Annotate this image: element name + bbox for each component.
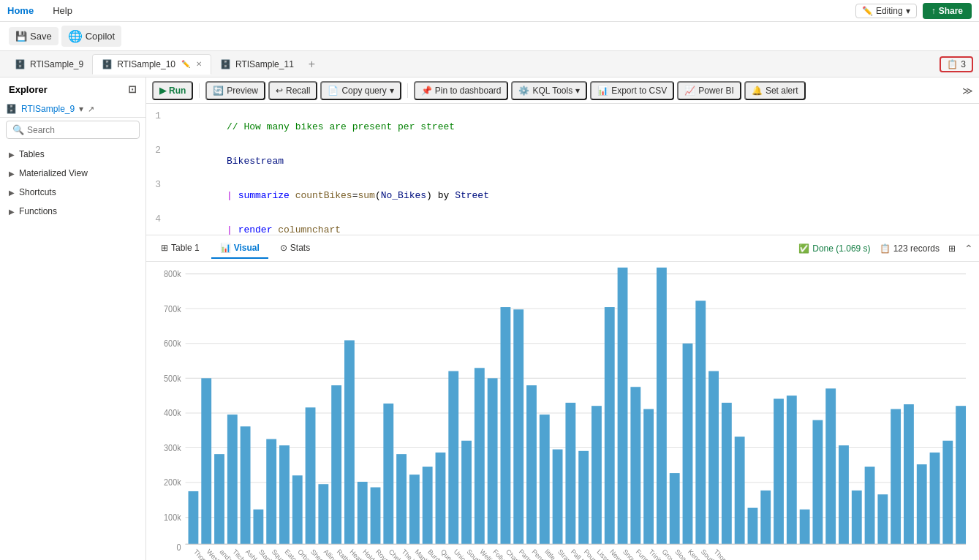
tab-rtisample-10[interactable]: 🗄️ RTISample_10 ✏️ ✕ [92,54,211,75]
pin-dashboard-label: Pin to dashboard [435,86,502,96]
code-toolbar: ▶ Run 🔄 Preview ↩ Recall 📄 Copy query ▾ … [146,77,979,104]
result-tab-stats[interactable]: ⊙ Stats [271,238,319,259]
svg-rect-19 [201,378,211,544]
svg-rect-66 [812,420,823,545]
check-icon: ✅ [798,243,809,254]
sidebar-item-functions[interactable]: ▶ Functions [0,202,145,221]
svg-rect-71 [877,494,888,544]
sidebar-header-icons: ⊡ [128,83,137,95]
fn-columnchart: columnchart [278,224,341,235]
table-tab-label: Table 1 [171,243,200,253]
save-button[interactable]: 💾 Save [9,27,58,45]
line-num-4: 4 [146,213,170,224]
kql-tools-button[interactable]: ⚙️ KQL Tools ▾ [511,81,587,100]
recall-icon: ↩ [276,86,283,96]
results-status: ✅ Done (1.069 s) 📋 123 records ⊞ ⌃ [798,243,973,254]
editing-button[interactable]: ✏️ Editing ▾ [855,4,917,18]
save-icon: 💾 [15,31,27,42]
explorer-title: Explorer [9,84,48,95]
pipe-1: | [227,190,238,201]
visual-tab-label: Visual [234,243,260,253]
results-area: ⊞ Table 1 📊 Visual ⊙ Stats ✅ Done (1.069… [146,235,979,560]
svg-rect-50 [605,307,615,544]
sidebar: Explorer ⊡ 🗄️ RTISample_9 ▾ ↗ 🔍 ▶ Tables… [0,77,146,560]
tab-2-close[interactable]: ✕ [196,60,202,68]
line-content-2: Bikestream [170,145,979,178]
svg-rect-28 [318,484,328,544]
db-name[interactable]: RTISample_9 [21,104,75,114]
matview-label: Materialized View [19,168,88,178]
code-line-3: 3 | summarize countBikes=sum(No_Bikes) b… [146,178,979,213]
matview-chevron-icon: ▶ [9,170,15,178]
line-content-1: // How many bikes are present per street [170,110,979,143]
column-chart: 800k 700k 600k 500k 400k 300k 200k 100k … [158,268,967,560]
nav-help[interactable]: Help [48,2,77,19]
tables-label: Tables [19,149,45,159]
export-csv-label: Export to CSV [611,86,667,96]
records-icon: 📋 [880,243,891,254]
records-text: 123 records [893,243,940,254]
nav-home[interactable]: Home [7,5,34,16]
tab-badge[interactable]: 📋 3 [940,56,973,72]
export-icon: 📊 [597,86,608,96]
svg-rect-67 [825,388,836,544]
tab-2-edit[interactable]: ✏️ [181,60,190,68]
svg-text:100k: 100k [164,513,181,523]
sidebar-item-materialized-view[interactable]: ▶ Materialized View [0,164,145,183]
recall-button[interactable]: ↩ Recall [268,81,317,100]
tab-2-label: RTISample_10 [117,59,175,69]
pin-dashboard-button[interactable]: 📌 Pin to dashboard [414,81,509,100]
sidebar-item-tables[interactable]: ▶ Tables [0,145,145,164]
svg-rect-56 [683,344,693,545]
add-tab-button[interactable]: + [303,55,321,74]
chevron-db-icon[interactable]: ▾ [79,104,83,114]
svg-rect-76 [942,441,953,545]
line-num-3: 3 [146,179,170,190]
run-button[interactable]: ▶ Run [152,81,193,100]
code-editor[interactable]: 1 // How many bikes are present per stre… [146,104,979,235]
collapse-results-icon[interactable]: ⌃ [964,243,973,254]
result-tab-table[interactable]: ⊞ Table 1 [152,238,208,259]
code-bikestream: Bikestream [227,156,284,167]
svg-text:300k: 300k [164,443,181,453]
copy-query-button[interactable]: 📄 Copy query ▾ [320,81,401,100]
line-num-2: 2 [146,145,170,156]
recall-label: Recall [286,86,310,96]
svg-rect-29 [331,385,341,544]
tab-rtisample-11[interactable]: 🗄️ RTISample_11 [211,55,303,74]
svg-rect-48 [578,451,589,545]
svg-rect-55 [670,473,680,544]
share-button[interactable]: ↑ Share [923,3,972,19]
svg-rect-40 [475,368,485,544]
svg-rect-52 [630,387,640,544]
tab-rtisample-9[interactable]: 🗄️ RTISample_9 [6,55,92,74]
preview-button[interactable]: 🔄 Preview [205,81,265,100]
svg-rect-47 [565,403,575,545]
set-alert-button[interactable]: 🔔 Set alert [744,81,806,100]
db-icon-3: 🗄️ [220,59,231,69]
results-tabs: ⊞ Table 1 📊 Visual ⊙ Stats ✅ Done (1.069… [146,235,979,262]
preview-icon: 🔄 [213,86,224,96]
collapse-btn[interactable]: ≫ [962,85,973,97]
svg-rect-35 [409,474,420,544]
copilot-button[interactable]: 🌐 Copilot [61,26,121,47]
svg-rect-68 [839,445,849,544]
external-link-icon[interactable]: ↗ [88,105,94,114]
svg-rect-45 [540,415,550,544]
main-toolbar: 💾 Save 🌐 Copilot [0,22,979,51]
svg-rect-59 [722,403,732,545]
var-nobikes: No_Bikes [381,190,426,201]
sidebar-toggle-icon[interactable]: ⊡ [128,83,137,95]
export-csv-button[interactable]: 📊 Export to CSV [590,81,674,100]
tab-1-label: RTISample_9 [30,59,83,69]
pin-icon: 📌 [421,86,432,96]
power-bi-button[interactable]: 📈 Power BI [677,81,741,100]
svg-rect-72 [891,409,901,545]
sidebar-item-shortcuts[interactable]: ▶ Shortcuts [0,183,145,202]
search-icon: 🔍 [12,124,24,135]
copy-results-icon[interactable]: ⊞ [948,243,956,254]
result-tab-visual[interactable]: 📊 Visual [211,238,268,259]
search-input[interactable] [27,125,133,135]
editor-area: ▶ Run 🔄 Preview ↩ Recall 📄 Copy query ▾ … [146,77,979,560]
status-records: 📋 123 records [880,243,940,254]
